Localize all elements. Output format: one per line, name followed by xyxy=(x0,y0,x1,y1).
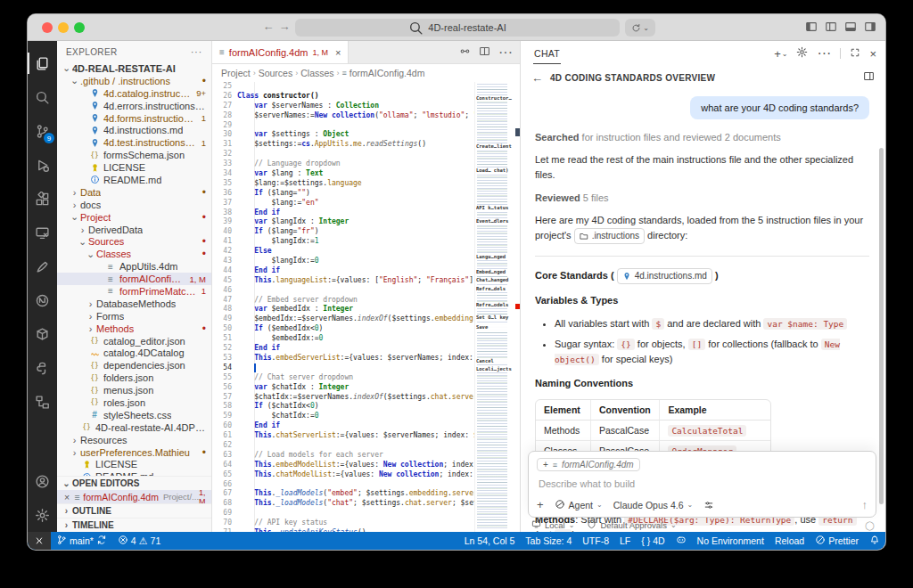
close-icon[interactable]: × xyxy=(869,47,876,61)
tab-formaiconfig[interactable]: ≡ formAIConfig.4dm 1, M × xyxy=(212,41,349,63)
tree-item[interactable]: catalog.4DCatalog xyxy=(57,347,211,359)
open-editors-section[interactable]: ⌄ OPEN EDITORS xyxy=(57,476,211,490)
remote-indicator[interactable] xyxy=(28,532,51,550)
tree-item[interactable]: ›Methods• xyxy=(57,323,211,335)
notifications-bell[interactable] xyxy=(864,532,885,550)
chat-tab[interactable]: CHAT xyxy=(533,43,561,64)
activitybar-remote-explorer[interactable] xyxy=(28,216,57,249)
tree-item[interactable]: ›Data• xyxy=(57,186,211,199)
encoding[interactable]: UTF-8 xyxy=(577,532,614,550)
back-icon[interactable]: ← xyxy=(531,71,543,85)
tree-item[interactable]: ›Resources xyxy=(57,434,211,446)
tree-item[interactable]: {}4D-real-restate-AI.4DProject xyxy=(57,421,211,434)
tree-item[interactable]: README.md xyxy=(57,174,211,186)
code-editor[interactable]: 2526272829303132333435363738394041424344… xyxy=(212,82,520,532)
tree-item[interactable]: ⌄Classes• xyxy=(57,248,211,260)
tree-item[interactable]: ≡AppUtils.4dm xyxy=(57,260,211,273)
tree-item[interactable]: 4d.instructions.md xyxy=(57,124,211,136)
close-icon[interactable]: × xyxy=(335,47,341,58)
breadcrumb[interactable]: Project›Sources›Classes›≡formAIConfig.4d… xyxy=(212,64,520,82)
new-chat-button[interactable]: +⌄ xyxy=(774,47,787,61)
activitybar-brush-tool[interactable] xyxy=(28,249,57,283)
tree-item[interactable]: ⌄.github / .instructions• xyxy=(57,75,211,87)
mode-picker[interactable]: Agent⌄ xyxy=(555,499,603,511)
tree-item[interactable]: {}dependencies.json xyxy=(57,359,211,372)
activitybar-source-control[interactable]: 9 xyxy=(28,114,57,148)
chat-scrollbar[interactable] xyxy=(879,148,884,504)
code-content[interactable]: Class constructor() var $serverNames : C… xyxy=(237,82,474,532)
tree-item[interactable]: 4d.errors.instructions.md xyxy=(57,100,211,112)
problems-status[interactable]: 4 ⚠ 71 xyxy=(112,532,166,550)
tree-item[interactable]: #styleSheets.css xyxy=(57,409,211,421)
chat-settings-gear-icon[interactable] xyxy=(796,45,808,61)
maximize-panel-icon[interactable] xyxy=(850,45,860,61)
add-context-chip[interactable]: + ≡ formAIConfig.4dm xyxy=(537,458,640,471)
tree-item[interactable]: ⌄Sources• xyxy=(57,235,211,248)
agent-activity-row[interactable]: Searched for instruction files and revie… xyxy=(535,132,869,143)
open-changes-icon[interactable] xyxy=(459,45,471,61)
zoom-traffic-light[interactable] xyxy=(74,22,85,33)
tree-item[interactable]: ≡formPrimeMatch.4dm1 xyxy=(57,285,211,298)
open-session-in-editor-icon[interactable] xyxy=(863,69,875,86)
breadcrumb-item[interactable]: Sources xyxy=(259,68,293,78)
tree-item[interactable]: ≡formAIConfig.4dm1, M xyxy=(57,273,211,285)
activitybar-extensions[interactable] xyxy=(28,182,57,216)
tree-item[interactable]: {}formsSchema.json xyxy=(57,149,211,161)
minimap[interactable]: Constructor…Create…lientLoad… chat)API k… xyxy=(474,82,515,532)
tree-item[interactable]: ›userPreferences.Mathieu• xyxy=(57,446,211,459)
reload-button[interactable]: Reload xyxy=(769,532,810,550)
tools-sliders-icon[interactable] xyxy=(703,500,714,510)
agent-activity-row[interactable]: Reviewed 5 files xyxy=(535,192,869,203)
language-mode[interactable]: { } 4D xyxy=(636,532,670,550)
cursor-position[interactable]: Ln 54, Col 5 xyxy=(459,532,521,550)
toggle-secondary-sidebar-icon[interactable] xyxy=(864,20,876,33)
attach-button[interactable]: + xyxy=(537,498,544,511)
tree-item[interactable]: ⌄Project• xyxy=(57,211,211,224)
more-actions-icon[interactable]: ··· xyxy=(191,47,202,57)
tree-item[interactable]: 4d.forms.instructions.md1 xyxy=(57,112,211,125)
tree-item[interactable]: 4d.catalog.instructions.md9+ xyxy=(57,87,211,100)
environment-picker[interactable]: Local⌄ xyxy=(531,519,574,531)
activitybar-run-and-debug[interactable] xyxy=(28,148,57,182)
breadcrumb-item[interactable]: formAIConfig.4dm xyxy=(350,68,425,78)
tree-item[interactable]: {}roles.json xyxy=(57,396,211,409)
more-actions-icon[interactable]: ··· xyxy=(498,45,513,61)
outline-section[interactable]: › OUTLINE xyxy=(57,503,211,518)
activitybar-search[interactable] xyxy=(28,80,57,114)
more-actions-icon[interactable]: ··· xyxy=(817,45,831,61)
overview-ruler[interactable] xyxy=(515,82,520,532)
prettier-status[interactable]: Prettier xyxy=(810,532,864,550)
model-picker[interactable]: Claude Opus 4.6⌄ xyxy=(613,500,694,510)
toggle-left-layout-icon[interactable] xyxy=(825,20,837,33)
activitybar-project-hierarchy[interactable] xyxy=(28,385,57,419)
approvals-picker[interactable]: Default Approvals⌄ xyxy=(587,519,676,531)
toggle-panel-icon[interactable] xyxy=(844,20,857,33)
tree-item[interactable]: ›DatabaseMethods xyxy=(57,298,211,310)
branch-status[interactable]: main* xyxy=(51,532,112,550)
chat-input-box[interactable]: + ≡ formAIConfig.4dm + Agent⌄ Cl xyxy=(528,451,876,518)
minimize-traffic-light[interactable] xyxy=(58,22,69,33)
split-editor-icon[interactable] xyxy=(479,45,490,61)
tree-item[interactable]: ›DerivedData xyxy=(57,224,211,236)
tree-item[interactable]: {}folders.json xyxy=(57,372,211,384)
activitybar-explorer[interactable] xyxy=(28,46,57,80)
copilot-status[interactable] xyxy=(670,532,692,550)
session-refresh-menu[interactable]: ⌄ xyxy=(625,19,655,37)
forward-arrow-icon[interactable]: → xyxy=(277,20,292,33)
file-reference-chip[interactable]: .instructions xyxy=(574,228,645,244)
tree-item[interactable]: ›docs xyxy=(57,199,211,211)
command-center-search[interactable]: 4D-real-restate-AI xyxy=(295,19,620,37)
environment-status[interactable]: No Environment xyxy=(692,532,769,550)
chat-messages[interactable]: what are your 4D coding standards?Search… xyxy=(521,89,885,532)
activitybar-settings[interactable] xyxy=(28,498,57,532)
activitybar-accounts[interactable] xyxy=(28,464,57,498)
activitybar-fourd-language[interactable] xyxy=(28,283,57,317)
activitybar-python[interactable] xyxy=(28,351,57,385)
eol-sequence[interactable]: LF xyxy=(614,532,636,550)
tree-item[interactable]: ⌄4D-REAL-RESTATE-AI xyxy=(57,62,211,75)
breadcrumb-item[interactable]: Project xyxy=(221,68,251,78)
tree-item[interactable]: LICENSE xyxy=(57,161,211,174)
activitybar-container-tools[interactable] xyxy=(28,317,57,351)
tree-item[interactable]: {}menus.json xyxy=(57,384,211,396)
close-icon[interactable]: × xyxy=(64,492,70,502)
